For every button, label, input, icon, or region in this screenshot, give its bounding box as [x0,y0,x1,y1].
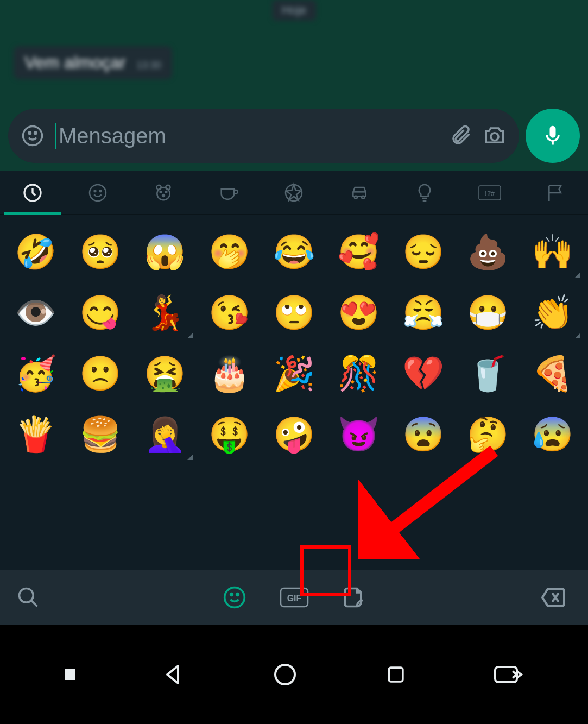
chat-background: Hoje Vem almoçar 13:30 Mensagem [0,0,588,171]
emoji-item[interactable]: 🤣 [4,222,67,281]
emoji-icon[interactable] [21,124,44,147]
category-animals[interactable] [131,171,196,214]
bulb-icon [414,182,435,204]
emoji-item[interactable]: 😔 [392,222,454,281]
emoji-item[interactable]: 🍔 [69,405,131,463]
emoji-item[interactable]: 🤭 [198,222,261,281]
emoji-item[interactable]: 🎉 [263,344,325,402]
search-icon[interactable] [16,570,71,624]
android-nav-bar [0,625,588,724]
emoji-item[interactable]: 💃 [134,283,196,342]
emoji-item[interactable]: 🎊 [327,344,390,402]
emoji-item[interactable]: 🙌 [521,222,584,281]
svg-point-0 [23,127,42,146]
camera-icon[interactable] [483,124,506,147]
svg-point-15 [355,196,357,198]
mic-button[interactable] [526,109,580,163]
svg-point-21 [230,594,232,596]
emoji-item[interactable]: 💔 [392,344,454,402]
emoji-item[interactable]: 😷 [457,283,519,342]
emoji-panel: !?# 🤣🥺😱🤭😂🥰😔💩🙌👁️😋💃😘🙄😍😤😷👏🥳🙁🤮🎂🎉🎊💔🥤🍕🍟🍔🤦‍♀️🤑🤪… [0,171,588,570]
svg-point-22 [236,594,238,596]
category-recent[interactable] [0,171,65,214]
backspace-icon[interactable] [535,581,572,614]
emoji-item[interactable]: 😂 [263,222,325,281]
emoji-item[interactable]: 🥳 [4,344,67,402]
cup-icon [218,182,239,204]
emoji-item[interactable]: 🤪 [263,405,325,463]
svg-point-3 [491,133,498,141]
smiley-icon [87,182,109,204]
svg-point-2 [35,132,37,134]
emoji-item[interactable]: 😨 [392,405,454,463]
category-food[interactable] [196,171,261,214]
date-badge: Hoje [272,0,316,21]
attachment-icon[interactable] [450,124,472,147]
emoji-tab-button[interactable] [217,580,252,615]
emoji-item[interactable]: 👁️ [4,283,67,342]
nav-recent-icon[interactable] [384,663,408,687]
svg-rect-28 [495,667,517,682]
message-input[interactable]: Mensagem [55,123,439,149]
nav-switch-icon[interactable] [493,663,523,687]
emoji-item[interactable]: 🙁 [69,344,131,402]
emoji-category-tabs: !?# [0,171,588,215]
emoji-item[interactable]: 🥺 [69,222,131,281]
clock-icon [22,182,43,204]
svg-point-7 [100,190,102,192]
svg-point-20 [224,588,244,608]
emoji-item[interactable]: 🥤 [457,344,519,402]
emoji-item[interactable]: 👏 [521,283,584,342]
emoji-item[interactable]: 😈 [327,405,390,463]
svg-point-5 [90,185,106,201]
category-flags[interactable] [523,171,588,214]
svg-point-16 [362,196,364,198]
emoji-item[interactable]: 🍟 [4,405,67,463]
bear-icon [153,182,174,204]
svg-point-13 [162,194,165,197]
category-travel[interactable] [327,171,392,214]
emoji-item[interactable]: 🥰 [327,222,390,281]
nav-menu-icon[interactable] [65,669,75,680]
emoji-item[interactable]: 😍 [327,283,390,342]
svg-point-1 [29,132,31,134]
svg-point-11 [160,191,161,193]
category-symbols[interactable]: !?# [457,171,522,214]
emoji-item[interactable]: 🤔 [457,405,519,463]
emoji-item[interactable]: 😤 [392,283,454,342]
ball-icon [283,182,305,204]
svg-point-26 [275,665,295,684]
emoji-item[interactable]: 🎂 [198,344,261,402]
message-input-row: Mensagem [8,109,580,163]
svg-point-19 [20,589,34,603]
emoji-item[interactable]: 😱 [134,222,196,281]
incoming-message[interactable]: Vem almoçar 13:30 [14,46,172,79]
gif-tab-button[interactable]: GIF [274,581,315,614]
emoji-item[interactable]: 😋 [69,283,131,342]
emoji-item[interactable]: 🍕 [521,344,584,402]
category-smileys[interactable] [65,171,130,214]
category-objects[interactable] [392,171,457,214]
car-icon [349,182,370,204]
emoji-item[interactable]: 🤮 [134,344,196,402]
svg-rect-27 [389,668,403,682]
emoji-item[interactable]: 🤑 [198,405,261,463]
svg-point-12 [165,191,167,193]
svg-rect-25 [65,669,75,680]
svg-point-10 [157,187,169,200]
emoji-item[interactable]: 🙄 [263,283,325,342]
sticker-tab-button[interactable] [337,580,371,615]
emoji-item[interactable]: 💩 [457,222,519,281]
svg-point-6 [94,190,96,192]
nav-back-icon[interactable] [161,662,187,688]
message-text: Vem almoçar [24,53,126,73]
symbols-icon: !?# [478,185,502,201]
message-input-pill: Mensagem [8,109,519,163]
category-activity[interactable] [261,171,326,214]
emoji-item[interactable]: 😰 [521,405,584,463]
flag-icon [545,182,566,204]
nav-home-icon[interactable] [272,662,298,688]
emoji-item[interactable]: 😘 [198,283,261,342]
emoji-item[interactable]: 🤦‍♀️ [134,405,196,463]
emoji-grid: 🤣🥺😱🤭😂🥰😔💩🙌👁️😋💃😘🙄😍😤😷👏🥳🙁🤮🎂🎉🎊💔🥤🍕🍟🍔🤦‍♀️🤑🤪😈😨🤔😰 [0,215,588,570]
